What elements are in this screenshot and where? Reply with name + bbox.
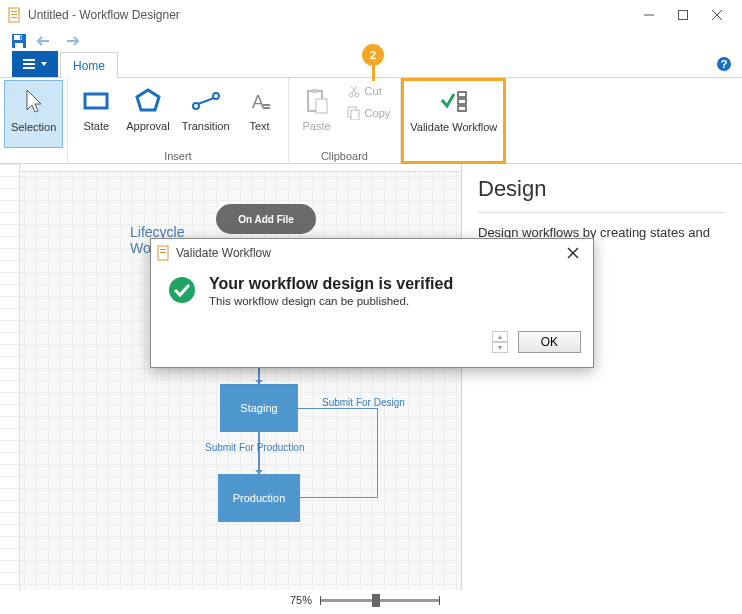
transition-icon — [191, 84, 221, 118]
divider — [478, 212, 726, 213]
app-icon — [8, 7, 22, 23]
connector-loop — [298, 408, 378, 498]
copy-button[interactable]: Copy — [341, 102, 397, 124]
zoom-thumb[interactable] — [372, 594, 380, 607]
zoom-value: 75% — [290, 594, 312, 606]
paste-icon — [305, 84, 329, 118]
svg-rect-1 — [11, 11, 17, 12]
transition-label-submit-design: Submit For Design — [322, 397, 405, 408]
svg-line-29 — [352, 86, 357, 93]
svg-rect-11 — [20, 36, 22, 40]
cut-icon — [347, 83, 361, 99]
dialog-body: Your workflow design is verified This wo… — [151, 267, 593, 323]
file-menu-button[interactable] — [12, 51, 58, 77]
transition-button[interactable]: Transition — [176, 80, 236, 148]
state-button[interactable]: State — [72, 80, 120, 148]
ribbon-group-insert: State Approval Transition A Text Insert — [68, 78, 288, 163]
save-button[interactable] — [10, 32, 28, 50]
dialog-titlebar[interactable]: Validate Workflow — [151, 239, 593, 267]
svg-rect-12 — [23, 59, 35, 61]
svg-rect-33 — [458, 92, 466, 97]
svg-rect-2 — [11, 14, 17, 15]
dialog-close-button[interactable] — [559, 239, 587, 267]
svg-rect-37 — [160, 249, 166, 250]
zoom-slider[interactable] — [320, 599, 440, 602]
minimize-button[interactable] — [632, 0, 666, 30]
side-panel-title: Design — [478, 176, 726, 202]
svg-rect-25 — [312, 89, 318, 93]
tab-home[interactable]: Home — [60, 52, 118, 78]
svg-rect-23 — [263, 107, 270, 109]
svg-point-41 — [169, 277, 195, 303]
svg-rect-32 — [351, 110, 359, 120]
svg-rect-35 — [458, 106, 466, 111]
svg-line-30 — [351, 86, 356, 93]
svg-rect-38 — [160, 252, 166, 253]
production-state[interactable]: Production — [218, 474, 300, 522]
close-button[interactable] — [700, 0, 734, 30]
validate-icon — [440, 85, 468, 119]
dialog-title-text: Validate Workflow — [176, 246, 271, 260]
svg-rect-17 — [85, 94, 107, 108]
zoom-control: 75% — [290, 594, 440, 606]
callout-line — [372, 66, 375, 81]
ok-button[interactable]: OK — [518, 331, 581, 353]
svg-point-27 — [349, 93, 353, 97]
ruler-top — [0, 164, 461, 172]
svg-rect-5 — [679, 11, 688, 20]
connector — [258, 432, 260, 474]
callout-badge: 2 — [362, 44, 384, 66]
validate-workflow-button[interactable]: Validate Workflow — [404, 81, 503, 149]
ribbon-group-clipboard: Paste Cut Copy Clipboard — [289, 78, 402, 163]
window-title: Untitled - Workflow Designer — [28, 8, 632, 22]
undo-button[interactable] — [36, 32, 54, 50]
state-icon — [83, 84, 109, 118]
svg-rect-26 — [316, 99, 327, 113]
paste-button[interactable]: Paste — [293, 80, 341, 148]
svg-rect-22 — [263, 104, 270, 106]
app-icon — [157, 245, 171, 261]
side-panel: Design Design workflows by creating stat… — [462, 164, 742, 590]
ribbon: Selection State Approval Transition A Te… — [0, 78, 742, 164]
on-add-file-node[interactable]: On Add File — [216, 204, 316, 234]
svg-rect-10 — [15, 43, 23, 48]
success-check-icon — [167, 275, 197, 305]
transition-label-submit-prod: Submit For Production — [205, 442, 305, 453]
dialog-heading: Your workflow design is verified — [209, 275, 453, 293]
approval-icon — [135, 84, 161, 118]
svg-text:A: A — [252, 92, 264, 112]
ruler-left — [0, 164, 20, 590]
help-icon[interactable]: ? — [716, 56, 732, 72]
ribbon-group-selection: Selection — [0, 78, 68, 163]
svg-rect-3 — [11, 17, 17, 18]
svg-line-20 — [198, 98, 214, 104]
copy-icon — [347, 105, 361, 121]
selection-tool-button[interactable]: Selection — [4, 80, 63, 148]
svg-rect-34 — [458, 99, 466, 104]
titlebar: Untitled - Workflow Designer — [0, 0, 742, 30]
ribbon-group-validate: Validate Workflow — [401, 78, 506, 164]
svg-rect-14 — [23, 67, 35, 69]
svg-point-28 — [355, 93, 359, 97]
chevron-down-icon[interactable]: ▾ — [492, 342, 508, 353]
staging-state[interactable]: Staging — [220, 384, 298, 432]
cursor-icon — [23, 85, 45, 119]
workspace: Lifecycle Workflow On Add File Staging S… — [0, 164, 742, 590]
svg-text:?: ? — [721, 58, 728, 70]
validate-dialog: Validate Workflow Your workflow design i… — [150, 238, 594, 368]
approval-button[interactable]: Approval — [120, 80, 175, 148]
design-canvas[interactable]: Lifecycle Workflow On Add File Staging S… — [0, 164, 462, 590]
cut-button[interactable]: Cut — [341, 80, 397, 102]
text-icon: A — [249, 84, 271, 118]
text-button[interactable]: A Text — [236, 80, 284, 148]
maximize-button[interactable] — [666, 0, 700, 30]
value-stepper[interactable]: ▴ ▾ — [492, 331, 508, 353]
group-label-clipboard: Clipboard — [321, 148, 368, 164]
redo-button[interactable] — [62, 32, 80, 50]
group-label-insert: Insert — [164, 148, 192, 164]
dialog-footer: ▴ ▾ OK — [151, 323, 593, 367]
svg-rect-13 — [23, 63, 35, 65]
chevron-up-icon[interactable]: ▴ — [492, 331, 508, 342]
dialog-message: This workflow design can be published. — [209, 295, 453, 307]
